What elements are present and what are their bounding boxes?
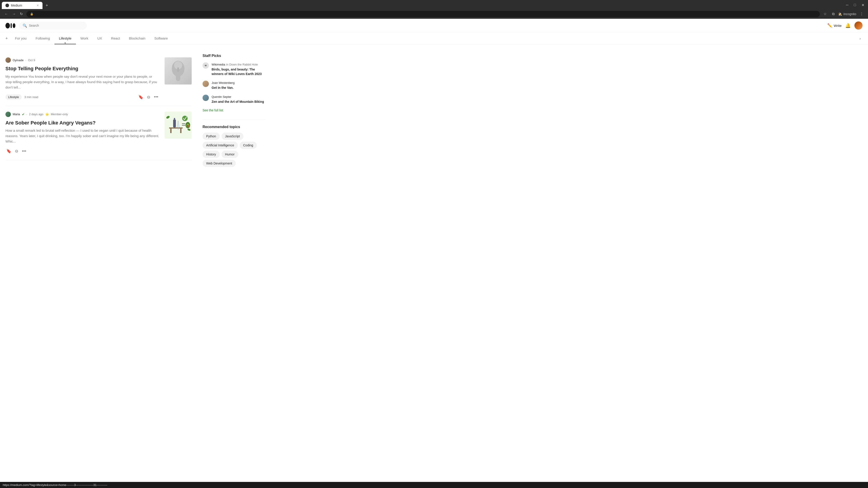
article-footer: 🔖 ⊖ ••• — [5, 148, 159, 155]
cursor-indicator: ▼ — [64, 42, 66, 44]
active-tab[interactable]: Medium ✕ — [2, 2, 42, 9]
topic-webdev[interactable]: Web Development — [203, 160, 236, 167]
write-button[interactable]: ✏️ Write — [827, 23, 842, 28]
author-name[interactable]: Oyinade — [13, 59, 24, 62]
tab-for-you[interactable]: For you — [11, 33, 31, 44]
article-card: Maria ✔ · 2 days ago ⭐ Member-only Are S… — [5, 106, 192, 160]
pick-info: Quentin Septer Zen and the Art of Mounta… — [212, 95, 266, 104]
topic-tags: Python JavaScript Artificial Intelligenc… — [203, 133, 266, 167]
svg-point-5 — [13, 23, 16, 28]
split-screen-button[interactable]: ⧉ — [830, 11, 836, 17]
article-actions: 🔖 ⊖ ••• — [137, 94, 159, 101]
nav-tabs: + For you Following Lifestyle ▼ Work UX … — [0, 33, 868, 45]
tab-lifestyle[interactable]: Lifestyle ▼ — [55, 33, 76, 44]
author-name[interactable]: Maria — [13, 112, 20, 116]
article-title[interactable]: Are Sober People Like Angry Vegans? — [5, 120, 159, 126]
article-excerpt: My experience You know when people say d… — [5, 74, 159, 90]
article-feed: Oyinade · Oct 9 Stop Telling People Ever… — [5, 52, 192, 167]
tab-blockchain[interactable]: Blockchain — [125, 33, 150, 44]
pick-pub-name[interactable]: Wikimedia — [212, 63, 225, 66]
member-badge: ⭐ — [45, 112, 49, 116]
svg-rect-4 — [11, 23, 12, 28]
forward-button[interactable]: → — [10, 11, 18, 18]
svg-rect-2 — [8, 5, 8, 6]
topic-history[interactable]: History — [203, 151, 220, 158]
mute-button[interactable]: ⊖ — [14, 148, 19, 155]
pick-title[interactable]: Get in the Van. — [212, 86, 266, 90]
lock-icon: 🔒 — [30, 12, 33, 15]
topic-javascript[interactable]: JavaScript — [221, 133, 243, 140]
article-tag[interactable]: Lifestyle — [5, 94, 22, 100]
tab-bar: Medium ✕ + ─ □ ✕ — [0, 0, 868, 9]
see-full-list-link[interactable]: See the full list — [203, 108, 266, 112]
bookmark-article-button[interactable]: 🔖 — [5, 148, 12, 155]
tab-software[interactable]: Software — [150, 33, 172, 44]
tab-work[interactable]: Work — [76, 33, 93, 44]
status-url: https://medium.com/?tag=lifestyle&source… — [3, 483, 107, 486]
more-options-button[interactable]: ••• — [153, 94, 159, 100]
article-actions: 🔖 ⊖ ••• — [5, 148, 27, 155]
medium-logo[interactable] — [5, 23, 16, 29]
svg-rect-10 — [177, 67, 179, 72]
article-body: Oyinade · Oct 9 Stop Telling People Ever… — [5, 57, 159, 101]
pick-info: Joan Westenberg Get in the Van. — [212, 80, 266, 90]
svg-rect-1 — [7, 5, 8, 6]
main-content: Oyinade · Oct 9 Stop Telling People Ever… — [0, 45, 271, 174]
address-bar-row: ← → ↻ 🔒 medium.com/?tag=lifestyle ☆ ⧉ 🕵 … — [0, 9, 868, 19]
pick-title[interactable]: Birds, bugs, and beauty: The winners of … — [212, 67, 266, 76]
nav-scroll-right[interactable]: › — [858, 33, 863, 44]
topic-humor[interactable]: Humor — [221, 151, 238, 158]
thumbnail-image — [164, 57, 192, 85]
menu-button[interactable]: ⋮ — [858, 11, 865, 17]
new-tab-button[interactable]: + — [44, 2, 50, 9]
recommended-topics-title: Recommended topics — [203, 125, 266, 129]
article-date: 2 days ago — [29, 112, 43, 116]
tab-spacer: Medium ✕ + — [2, 2, 50, 9]
svg-rect-8 — [176, 72, 180, 81]
more-options-button[interactable]: ••• — [21, 148, 27, 155]
pick-pub-name[interactable]: Joan Westenberg — [212, 81, 235, 85]
thumbnail-image — [164, 111, 192, 139]
browser-chrome: Medium ✕ + ─ □ ✕ ← → ↻ 🔒 medium.com/?tag… — [0, 0, 868, 19]
staff-pick-item: W Wikimedia in Down the Rabbit Hole Bird… — [203, 62, 266, 76]
maximize-button[interactable]: □ — [852, 2, 858, 8]
back-button[interactable]: ← — [3, 11, 10, 18]
notifications-button[interactable]: 🔔 — [845, 23, 851, 28]
pick-publication: Quentin Septer — [212, 95, 266, 99]
svg-rect-11 — [169, 127, 183, 129]
svg-point-21 — [187, 125, 189, 127]
search-input[interactable] — [29, 24, 83, 27]
tab-close-button[interactable]: ✕ — [37, 4, 39, 7]
svg-rect-13 — [180, 129, 182, 133]
svg-point-0 — [6, 5, 7, 6]
search-box[interactable]: 🔍 — [19, 22, 87, 30]
reload-button[interactable]: ↻ — [18, 10, 25, 18]
tab-ux[interactable]: UX — [93, 33, 107, 44]
mute-button[interactable]: ⊖ — [146, 94, 151, 101]
add-topic-button[interactable]: + — [5, 33, 11, 44]
topic-ai[interactable]: Artificial Intelligence — [203, 142, 238, 149]
tab-following[interactable]: Following — [31, 33, 54, 44]
topic-coding[interactable]: Coding — [240, 142, 257, 149]
topic-python[interactable]: Python — [203, 133, 220, 140]
pick-title[interactable]: Zen and the Art of Mountain Biking — [212, 100, 266, 104]
pick-publication: Wikimedia in Down the Rabbit Hole — [212, 62, 266, 66]
author-avatar — [5, 57, 11, 63]
address-bar[interactable]: 🔒 medium.com/?tag=lifestyle — [26, 11, 820, 17]
svg-rect-15 — [174, 118, 175, 120]
read-time: 3 min read — [24, 95, 38, 99]
user-avatar[interactable] — [855, 22, 863, 30]
author-dot: · — [25, 59, 26, 62]
url-input[interactable]: medium.com/?tag=lifestyle — [35, 12, 816, 16]
tab-react[interactable]: React — [106, 33, 124, 44]
pick-pub-name[interactable]: Quentin Septer — [212, 95, 231, 98]
staff-picks-title: Staff Picks — [203, 54, 266, 58]
bookmark-button[interactable]: ☆ — [822, 11, 829, 17]
incognito-button[interactable]: 🕵 Incognito — [838, 12, 856, 16]
svg-rect-17 — [182, 123, 185, 124]
article-title[interactable]: Stop Telling People Everything — [5, 66, 159, 72]
bookmark-article-button[interactable]: 🔖 — [137, 94, 144, 101]
close-window-button[interactable]: ✕ — [860, 2, 866, 8]
search-icon: 🔍 — [23, 24, 27, 28]
minimize-button[interactable]: ─ — [844, 2, 850, 8]
